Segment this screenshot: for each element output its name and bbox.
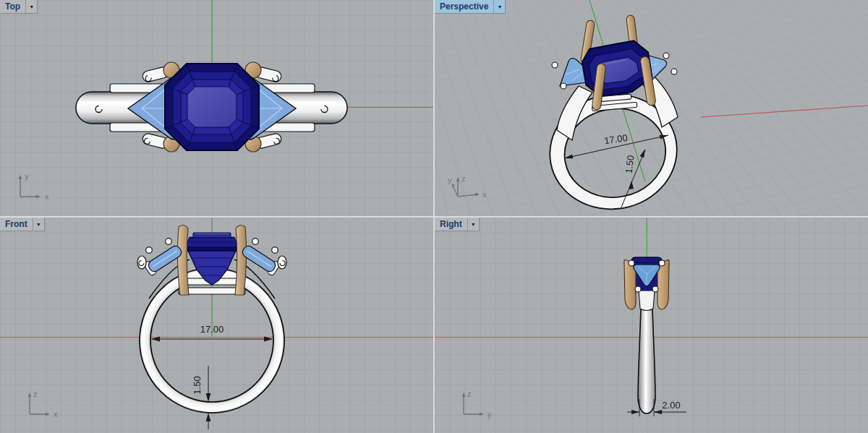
dim-text-band-width[interactable]: 2.00 [662, 400, 680, 411]
gallery[interactable] [639, 291, 655, 311]
axis-label-x: x [482, 190, 487, 199]
viewport-tab-front[interactable]: Front ▼ [0, 218, 45, 231]
chevron-down-icon: ▼ [36, 222, 41, 227]
viewport-title[interactable]: Right [435, 218, 467, 231]
viewport-title[interactable]: Perspective [435, 0, 493, 13]
axis-label-x: x [54, 410, 58, 419]
scroll-cylinder[interactable] [278, 256, 286, 269]
viewport-title[interactable]: Front [0, 218, 33, 231]
chevron-down-icon: ▼ [497, 4, 502, 9]
chevron-down-icon: ▼ [471, 222, 476, 227]
dim-text-thickness[interactable]: 1.50 [192, 376, 203, 394]
viewport-top-canvas[interactable]: Top ▼ y x [0, 0, 433, 216]
dim-text-diameter[interactable]: 17.00 [603, 132, 628, 146]
axis-label-z: z [33, 390, 38, 398]
dim-text-thickness[interactable]: 1.50 [624, 155, 637, 174]
cplane-axis-icon: y x [6, 168, 64, 211]
x-axis-line [701, 106, 868, 117]
cplane-axis-icon: z x [19, 385, 77, 429]
viewport-menu-button[interactable]: ▼ [25, 0, 37, 13]
chevron-down-icon: ▼ [29, 4, 34, 9]
viewport-menu-button[interactable]: ▼ [467, 218, 479, 231]
dimension-inner-diameter[interactable]: 17.00 [151, 324, 273, 341]
ring-model-top-view[interactable] [76, 62, 347, 152]
axis-label-y: y [488, 410, 492, 419]
axis-label-x: x [45, 192, 49, 201]
cplane-axis-icon: z y x [445, 172, 503, 215]
scroll-cylinder[interactable] [137, 256, 146, 269]
viewport-menu-button[interactable]: ▼ [493, 0, 505, 13]
viewport-menu-button[interactable]: ▼ [33, 218, 44, 231]
viewport-title[interactable]: Top [0, 0, 25, 13]
dim-text-diameter[interactable]: 17.00 [200, 324, 224, 335]
dimension-band-width[interactable]: 2.00 [627, 399, 686, 416]
cplane-axis-icon: z y [453, 385, 511, 429]
axis-label-z: z [461, 174, 466, 183]
axis-label-y: y [25, 172, 29, 181]
dimension-band-thickness[interactable]: 1.50 [192, 366, 210, 429]
viewport-front-canvas[interactable]: 17.00 1.50 Front ▼ z x [0, 218, 433, 433]
ring-model-right-view[interactable] [624, 257, 669, 413]
ring-band[interactable] [638, 309, 655, 413]
dimension-inner-diameter[interactable]: 17.00 [564, 132, 668, 158]
cad-four-viewport-layout: Top ▼ y x [0, 0, 868, 433]
prong-left[interactable] [177, 225, 189, 295]
viewport-tab-top[interactable]: Top ▼ [0, 0, 38, 14]
ring-model-perspective-view[interactable] [541, 15, 686, 216]
axis-label-y: y [448, 176, 452, 184]
viewport-right-canvas[interactable]: 2.00 Right ▼ z y [435, 218, 868, 433]
center-stone-emerald-cut[interactable] [165, 64, 259, 150]
axis-label-z: z [467, 390, 472, 398]
viewport-tab-right[interactable]: Right ▼ [435, 218, 480, 231]
viewport-tab-perspective[interactable]: Perspective ▼ [435, 0, 506, 14]
prong-right[interactable] [235, 225, 247, 295]
viewport-perspective-canvas[interactable]: 17.00 1.50 Perspective ▼ z y x [435, 0, 868, 216]
